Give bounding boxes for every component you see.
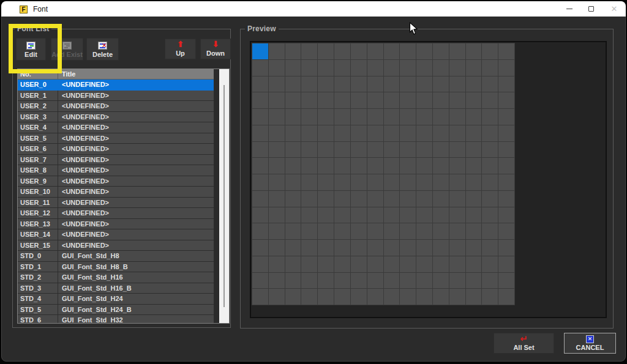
preview-cell[interactable] — [449, 289, 466, 305]
preview-cell[interactable] — [351, 174, 367, 191]
table-row[interactable]: USER_9<UNDEFINED> — [18, 176, 214, 187]
preview-cell[interactable] — [285, 92, 302, 109]
preview-cell[interactable] — [498, 158, 515, 174]
preview-cell[interactable] — [351, 158, 367, 174]
preview-cell[interactable] — [384, 223, 400, 240]
preview-cell[interactable] — [416, 92, 433, 109]
preview-cell[interactable] — [252, 142, 269, 158]
preview-cell[interactable] — [318, 256, 334, 273]
table-row[interactable]: USER_13<UNDEFINED> — [18, 219, 214, 230]
preview-cell[interactable] — [400, 223, 416, 240]
preview-cell[interactable] — [269, 191, 285, 207]
preview-cell[interactable] — [433, 273, 449, 289]
preview-cell[interactable] — [466, 256, 482, 273]
preview-cell[interactable] — [400, 60, 416, 76]
preview-cell-selected[interactable] — [252, 43, 269, 60]
preview-cell[interactable] — [334, 289, 351, 305]
preview-cell[interactable] — [285, 240, 302, 256]
preview-cell[interactable] — [400, 240, 416, 256]
preview-cell[interactable] — [269, 289, 285, 305]
down-button[interactable]: ⬇ Down — [200, 39, 231, 59]
preview-cell[interactable] — [433, 109, 449, 125]
preview-cell[interactable] — [285, 76, 302, 93]
minimize-button[interactable] — [557, 1, 582, 17]
preview-cell[interactable] — [482, 256, 498, 273]
close-button[interactable]: ✕ — [602, 1, 626, 17]
preview-cell[interactable] — [416, 125, 433, 142]
preview-cell[interactable] — [351, 256, 367, 273]
preview-cell[interactable] — [466, 273, 482, 289]
preview-cell[interactable] — [285, 60, 302, 76]
preview-cell[interactable] — [285, 207, 302, 224]
preview-cell[interactable] — [285, 109, 302, 125]
preview-cell[interactable] — [449, 256, 466, 273]
preview-cell[interactable] — [498, 43, 515, 60]
preview-cell[interactable] — [482, 43, 498, 60]
preview-cell[interactable] — [269, 158, 285, 174]
preview-cell[interactable] — [482, 289, 498, 305]
table-row[interactable]: USER_8<UNDEFINED> — [18, 165, 214, 176]
preview-cell[interactable] — [252, 76, 269, 93]
preview-cell[interactable] — [252, 60, 269, 76]
preview-cell[interactable] — [285, 158, 302, 174]
preview-cell[interactable] — [269, 109, 285, 125]
preview-cell[interactable] — [482, 92, 498, 109]
preview-cell[interactable] — [498, 273, 515, 289]
preview-cell[interactable] — [416, 60, 433, 76]
preview-cell[interactable] — [269, 223, 285, 240]
preview-cell[interactable] — [384, 125, 400, 142]
preview-cell[interactable] — [400, 158, 416, 174]
font-table-scrollbar[interactable] — [219, 69, 229, 323]
preview-cell[interactable] — [252, 125, 269, 142]
preview-cell[interactable] — [449, 223, 466, 240]
table-row[interactable]: USER_14<UNDEFINED> — [18, 229, 214, 240]
preview-cell[interactable] — [384, 142, 400, 158]
preview-cell[interactable] — [351, 191, 367, 207]
preview-cell[interactable] — [433, 60, 449, 76]
preview-cell[interactable] — [367, 223, 384, 240]
preview-cell[interactable] — [433, 240, 449, 256]
preview-cell[interactable] — [334, 256, 351, 273]
preview-cell[interactable] — [269, 174, 285, 191]
preview-cell[interactable] — [367, 240, 384, 256]
preview-cell[interactable] — [367, 125, 384, 142]
preview-cell[interactable] — [252, 273, 269, 289]
preview-cell[interactable] — [269, 43, 285, 60]
preview-cell[interactable] — [498, 223, 515, 240]
table-row[interactable]: USER_15<UNDEFINED> — [18, 240, 214, 251]
preview-cell[interactable] — [301, 223, 318, 240]
preview-cell[interactable] — [318, 60, 334, 76]
preview-cell[interactable] — [433, 289, 449, 305]
preview-cell[interactable] — [301, 158, 318, 174]
preview-cell[interactable] — [449, 273, 466, 289]
preview-cell[interactable] — [301, 289, 318, 305]
delete-button[interactable]: ✕ Delete — [86, 38, 119, 61]
preview-cell[interactable] — [400, 43, 416, 60]
preview-cell[interactable] — [301, 76, 318, 93]
preview-cell[interactable] — [301, 60, 318, 76]
preview-cell[interactable] — [449, 76, 466, 93]
preview-cell[interactable] — [301, 43, 318, 60]
preview-cell[interactable] — [400, 273, 416, 289]
preview-cell[interactable] — [301, 109, 318, 125]
preview-cell[interactable] — [252, 289, 269, 305]
preview-cell[interactable] — [334, 273, 351, 289]
preview-cell[interactable] — [400, 207, 416, 224]
preview-cell[interactable] — [449, 174, 466, 191]
table-row[interactable]: USER_4<UNDEFINED> — [18, 122, 214, 133]
preview-cell[interactable] — [498, 142, 515, 158]
preview-cell[interactable] — [367, 207, 384, 224]
preview-cell[interactable] — [367, 60, 384, 76]
preview-cell[interactable] — [301, 125, 318, 142]
preview-cell[interactable] — [285, 273, 302, 289]
preview-cell[interactable] — [498, 76, 515, 93]
preview-cell[interactable] — [416, 273, 433, 289]
preview-cell[interactable] — [416, 109, 433, 125]
preview-cell[interactable] — [351, 125, 367, 142]
preview-cell[interactable] — [384, 273, 400, 289]
preview-cell[interactable] — [269, 207, 285, 224]
preview-cell[interactable] — [400, 142, 416, 158]
preview-cell[interactable] — [334, 223, 351, 240]
preview-cell[interactable] — [449, 240, 466, 256]
preview-cell[interactable] — [285, 191, 302, 207]
